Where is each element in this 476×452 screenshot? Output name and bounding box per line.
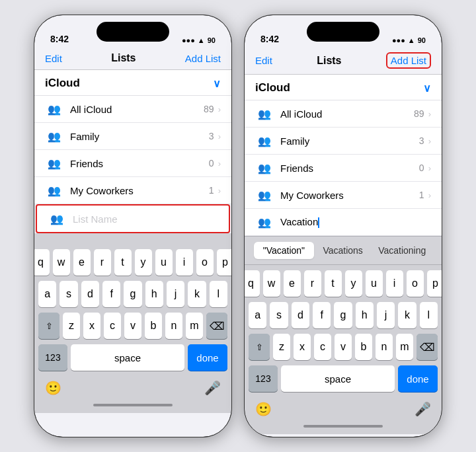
autocomplete-item2[interactable]: Vacations [316,242,369,259]
wifi-icon-left: ▲ [198,36,205,44]
add-list-button-left[interactable]: Add List [185,53,221,64]
emoji-icon-left[interactable]: 🙂 [45,380,61,396]
keyboard-row2-right: a s d f g h j k l [249,302,438,328]
dynamic-island-left [97,22,169,42]
key-e-right[interactable]: e [284,270,301,297]
key-l-left[interactable]: l [210,281,227,307]
key-s-left[interactable]: s [60,281,77,307]
key-done-right[interactable]: done [398,365,438,392]
key-g-right[interactable]: g [334,302,352,328]
key-d-left[interactable]: d [81,281,99,307]
key-t-left[interactable]: t [114,249,132,276]
key-k-right[interactable]: k [398,302,416,328]
list-item-family-left[interactable]: 👥 Family 3 › [34,123,231,150]
key-p-left[interactable]: p [217,249,232,276]
key-backspace-left[interactable]: ⌫ [206,313,227,339]
key-done-left[interactable]: done [188,344,227,371]
list-item-friends-right[interactable]: 👥 Friends 0 › [245,155,442,182]
list-item-coworkers-left[interactable]: 👥 My Coworkers 1 › [34,177,231,204]
key-c-left[interactable]: c [104,313,121,339]
key-f-right[interactable]: f [313,302,331,328]
key-s-right[interactable]: s [270,302,288,328]
keyboard-row3-right: ⇧ z x c v b n m ⌫ [249,334,438,360]
edit-button-right[interactable]: Edit [255,55,272,66]
key-q-right[interactable]: q [245,270,260,297]
key-r-right[interactable]: r [304,270,321,297]
key-u-left[interactable]: u [155,249,173,276]
key-n-left[interactable]: n [165,313,182,339]
key-x-left[interactable]: x [83,313,100,339]
edit-button-left[interactable]: Edit [45,53,62,64]
emoji-icon-right[interactable]: 🙂 [255,401,272,417]
mic-icon-left[interactable]: 🎤 [204,380,221,396]
key-c-right[interactable]: c [314,334,331,360]
key-q-left[interactable]: q [34,249,50,276]
key-l-right[interactable]: l [420,302,438,328]
key-t-right[interactable]: t [325,270,342,297]
key-x-right[interactable]: x [294,334,311,360]
key-h-left[interactable]: h [145,281,163,307]
key-w-left[interactable]: w [53,249,70,276]
key-i-right[interactable]: i [386,270,403,297]
list-count-family-left: 3 [209,131,214,141]
key-p-right[interactable]: p [427,270,442,297]
key-o-left[interactable]: o [196,249,214,276]
list-item-all-icloud-left[interactable]: 👥 All iCloud 89 › [34,96,231,123]
key-y-left[interactable]: y [135,249,152,276]
list-count-all-icloud-right: 89 [414,108,424,119]
new-list-input-left[interactable] [73,213,218,225]
key-shift-left[interactable]: ⇧ [38,313,60,339]
key-123-right[interactable]: 123 [249,365,278,392]
key-b-right[interactable]: b [355,334,372,360]
key-k-left[interactable]: k [188,281,206,307]
new-list-row-left[interactable]: 👥 [36,204,230,233]
key-123-left[interactable]: 123 [38,344,67,371]
key-v-right[interactable]: v [335,334,352,360]
key-j-left[interactable]: j [167,281,184,307]
add-list-button-right[interactable]: Add List [386,52,431,69]
icloud-chevron-left[interactable]: ∨ [213,77,221,90]
key-g-left[interactable]: g [124,281,141,307]
key-o-right[interactable]: o [407,270,424,297]
key-f-left[interactable]: f [102,281,120,307]
list-item-all-icloud-right[interactable]: 👥 All iCloud 89 › [245,100,442,128]
text-cursor-right [318,217,319,228]
key-z-right[interactable]: z [273,334,290,360]
list-item-coworkers-right[interactable]: 👥 My Coworkers 1 › [245,182,442,209]
key-u-right[interactable]: u [366,270,383,297]
key-space-left[interactable]: space [71,344,184,371]
key-j-right[interactable]: j [377,302,395,328]
list-name-family-right: Family [280,135,419,147]
key-d-right[interactable]: d [292,302,309,328]
key-a-right[interactable]: a [249,302,266,328]
keyboard-row3-left: ⇧ z x c v b n m ⌫ [38,313,227,339]
mic-icon-right[interactable]: 🎤 [415,401,431,417]
key-h-right[interactable]: h [356,302,374,328]
key-e-left[interactable]: e [73,249,91,276]
autocomplete-item1[interactable]: "Vacation" [254,242,314,259]
key-backspace-right[interactable]: ⌫ [416,334,438,360]
key-m-right[interactable]: m [396,334,413,360]
key-m-left[interactable]: m [186,313,203,339]
list-item-vacation-right[interactable]: 👥 Vacation [245,209,442,236]
home-indicator-left [34,397,231,413]
key-b-left[interactable]: b [145,313,162,339]
key-z-left[interactable]: z [63,313,80,339]
list-item-friends-left[interactable]: 👥 Friends 0 › [34,150,231,177]
autocomplete-item3[interactable]: Vacationing [372,242,432,259]
key-r-left[interactable]: r [94,249,111,276]
key-y-right[interactable]: y [345,270,362,297]
key-space-right[interactable]: space [281,365,395,392]
list-name-friends-right: Friends [280,163,419,174]
key-i-left[interactable]: i [176,249,193,276]
key-a-left[interactable]: a [38,281,56,307]
list-icon-friends-right: 👥 [255,161,274,174]
keyboard-row1-left: q w e r t y u i o p [38,249,227,276]
icloud-chevron-right[interactable]: ∨ [423,82,431,94]
key-n-right[interactable]: n [376,334,393,360]
list-item-family-right[interactable]: 👥 Family 3 › [245,128,442,155]
key-shift-right[interactable]: ⇧ [249,334,270,360]
key-w-right[interactable]: w [263,270,280,297]
list-icon-vacation-right: 👥 [255,215,274,229]
key-v-left[interactable]: v [124,313,141,339]
